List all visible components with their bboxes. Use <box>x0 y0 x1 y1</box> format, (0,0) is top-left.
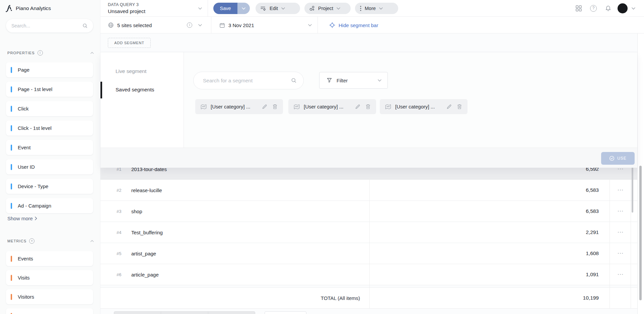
column-divider <box>610 167 610 309</box>
sidebar-item-visits-metric[interactable]: Visits <box>6 270 93 285</box>
chevron-down-icon <box>378 79 381 82</box>
table-row[interactable]: #3 shop 6,583 ••• <box>100 201 637 222</box>
table-row[interactable]: #4 Test_buffering 2,291 ••• <box>100 222 637 243</box>
filter-label: Filter <box>337 78 373 83</box>
segment-map-icon <box>294 104 300 109</box>
divider <box>211 17 211 33</box>
sidebar-item-events-metric[interactable]: Events <box>6 251 93 266</box>
property-accent-bar <box>11 106 12 112</box>
row-menu-button[interactable]: ••• <box>611 188 631 192</box>
chevron-up-icon[interactable] <box>90 240 94 242</box>
save-button[interactable]: Save <box>213 3 237 14</box>
row-menu-button[interactable]: ••• <box>611 167 631 171</box>
info-icon[interactable]: i <box>38 50 43 56</box>
delete-segment-button[interactable] <box>365 104 371 109</box>
delete-segment-button[interactable] <box>272 104 278 109</box>
sidebar-item-page-1st-level[interactable]: Page - 1st level <box>6 82 93 97</box>
edit-button[interactable]: Edit <box>256 3 300 14</box>
sites-info-icon[interactable]: i <box>187 22 192 28</box>
sidebar-item-click[interactable]: Click <box>6 101 93 116</box>
segment-search-input[interactable] <box>203 78 291 84</box>
page-scrollbar-thumb[interactable] <box>639 166 642 300</box>
plus-circle-icon[interactable]: + <box>29 238 34 244</box>
pencil-icon <box>262 104 268 109</box>
properties-section-header: PROPERTIES i <box>7 50 94 56</box>
sidebar-item-page[interactable]: Page <box>6 62 93 77</box>
row-menu-button[interactable]: ••• <box>611 210 631 213</box>
more-button[interactable]: More <box>355 3 398 14</box>
notifications-bell-icon[interactable] <box>605 5 612 12</box>
property-label: Click - 1st level <box>18 125 52 131</box>
row-menu-button[interactable]: ••• <box>611 231 631 234</box>
row-menu-button[interactable]: ••• <box>611 273 631 276</box>
hide-segment-bar-toggle[interactable]: Hide segment bar <box>329 17 378 33</box>
calendar-icon <box>219 22 225 28</box>
segment-chip-label: [User category] ... <box>304 104 350 109</box>
edit-segment-button[interactable] <box>262 104 268 109</box>
row-rank: #3 <box>117 209 121 214</box>
tab-saved-segments[interactable]: Saved segments <box>116 87 154 93</box>
sidebar-item-event[interactable]: Event <box>6 140 93 155</box>
segment-chip[interactable]: [User category] ... <box>288 99 376 114</box>
chevron-down-icon <box>281 7 285 10</box>
user-avatar[interactable] <box>618 3 628 13</box>
table-row[interactable]: #6 article_page 1,091 ••• <box>100 264 637 285</box>
date-chevron-icon[interactable] <box>308 24 312 26</box>
query-selector-chevron-icon[interactable] <box>198 7 202 10</box>
segment-chip[interactable]: [User category] ... <box>380 99 468 114</box>
column-divider <box>631 167 631 309</box>
property-label: User ID <box>18 164 35 170</box>
tab-live-segment[interactable]: Live segment <box>116 68 146 74</box>
account-chevron-icon[interactable] <box>632 7 635 10</box>
delete-segment-button[interactable] <box>457 104 462 109</box>
add-segment-button[interactable]: ADD SEGMENT <box>108 38 151 48</box>
site-selector[interactable]: 5 sites selected <box>108 17 152 33</box>
help-icon[interactable]: ? <box>590 5 597 12</box>
property-accent-bar <box>11 145 12 151</box>
table-scrollbar-thumb[interactable] <box>632 167 633 213</box>
edit-segment-button[interactable] <box>355 104 361 109</box>
chevron-down-icon <box>379 7 383 10</box>
table-row[interactable]: #2 release-lucille 6,583 ••• <box>100 180 637 201</box>
apps-grid-icon[interactable] <box>575 5 582 12</box>
use-segment-button[interactable]: USE <box>601 152 635 165</box>
segment-chip[interactable]: [User category] ... <box>195 99 283 114</box>
sidebar-item-user-id[interactable]: User ID <box>6 159 93 174</box>
sidebar-search-input[interactable] <box>11 23 82 28</box>
sidebar-item-visitors-metric[interactable]: Visitors <box>6 289 93 304</box>
project-bubbles-icon <box>309 6 315 11</box>
query-status: Unsaved project <box>108 8 145 14</box>
pencil-icon <box>355 104 361 109</box>
bottom-selector-partial[interactable] <box>265 311 306 314</box>
hide-segment-bar-label: Hide segment bar <box>339 22 378 28</box>
row-name: artist_page <box>131 251 156 256</box>
globe-icon <box>108 22 114 28</box>
sidebar-search <box>6 19 93 32</box>
row-menu-button[interactable]: ••• <box>611 252 631 255</box>
property-label: Page - 1st level <box>18 86 52 92</box>
show-more-link[interactable]: Show more <box>7 216 37 221</box>
date-range-selector[interactable]: 3 Nov 2021 <box>219 17 254 33</box>
sites-chevron-icon[interactable] <box>198 24 202 26</box>
property-accent-bar <box>11 183 12 189</box>
search-icon <box>82 23 88 28</box>
save-options-button[interactable] <box>237 3 250 14</box>
edit-label: Edit <box>270 6 278 11</box>
edit-segment-button[interactable] <box>446 104 452 109</box>
segment-filter-dropdown[interactable]: Filter <box>319 72 388 89</box>
property-accent-bar <box>11 67 12 73</box>
brand-name: Piano Analytics <box>16 5 51 11</box>
project-button[interactable]: Project <box>304 3 351 14</box>
sidebar-item-ad-campaign[interactable]: Ad - Campaign <box>6 198 93 213</box>
row-value: 1,608 <box>586 250 599 256</box>
more-label: More <box>365 6 376 11</box>
row-rank: #4 <box>117 230 121 235</box>
property-accent-bar <box>11 125 12 131</box>
sidebar-item-partial-metric[interactable] <box>6 308 93 314</box>
sidebar-item-click-1st-level[interactable]: Click - 1st level <box>6 121 93 136</box>
table-row[interactable]: #5 artist_page 1,608 ••• <box>100 243 637 264</box>
chevron-up-icon[interactable] <box>90 52 94 54</box>
sidebar-item-device-type[interactable]: Device - Type <box>6 179 93 194</box>
segment-map-icon <box>385 104 391 109</box>
bottom-pagination-partial[interactable] <box>114 311 255 314</box>
